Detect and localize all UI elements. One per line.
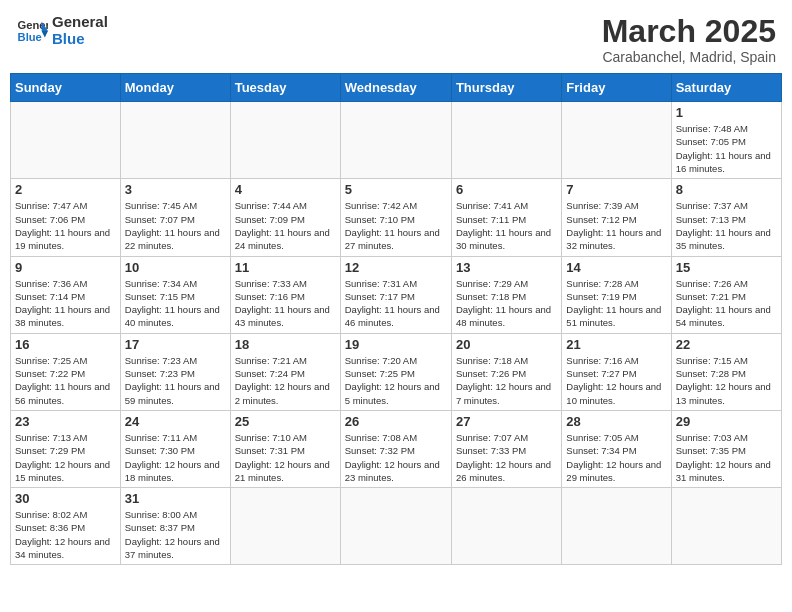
empty-cell — [11, 102, 121, 179]
empty-cell — [451, 102, 561, 179]
day-number-27: 27 — [456, 414, 557, 429]
day-number-5: 5 — [345, 182, 447, 197]
calendar-row-2: 2Sunrise: 7:47 AMSunset: 7:06 PMDaylight… — [11, 179, 782, 256]
day-info-15: Sunrise: 7:26 AMSunset: 7:21 PMDaylight:… — [676, 277, 777, 330]
day-number-16: 16 — [15, 337, 116, 352]
day-cell-13: 13Sunrise: 7:29 AMSunset: 7:18 PMDayligh… — [451, 256, 561, 333]
day-cell-27: 27Sunrise: 7:07 AMSunset: 7:33 PMDayligh… — [451, 410, 561, 487]
day-info-2: Sunrise: 7:47 AMSunset: 7:06 PMDaylight:… — [15, 199, 116, 252]
day-number-19: 19 — [345, 337, 447, 352]
day-number-11: 11 — [235, 260, 336, 275]
day-number-10: 10 — [125, 260, 226, 275]
day-info-6: Sunrise: 7:41 AMSunset: 7:11 PMDaylight:… — [456, 199, 557, 252]
day-cell-18: 18Sunrise: 7:21 AMSunset: 7:24 PMDayligh… — [230, 333, 340, 410]
day-info-8: Sunrise: 7:37 AMSunset: 7:13 PMDaylight:… — [676, 199, 777, 252]
empty-cell — [451, 488, 561, 565]
day-cell-14: 14Sunrise: 7:28 AMSunset: 7:19 PMDayligh… — [562, 256, 671, 333]
day-cell-22: 22Sunrise: 7:15 AMSunset: 7:28 PMDayligh… — [671, 333, 781, 410]
day-cell-1: 1Sunrise: 7:48 AMSunset: 7:05 PMDaylight… — [671, 102, 781, 179]
day-number-3: 3 — [125, 182, 226, 197]
day-number-23: 23 — [15, 414, 116, 429]
logo-text-blue: Blue — [52, 31, 108, 48]
day-cell-26: 26Sunrise: 7:08 AMSunset: 7:32 PMDayligh… — [340, 410, 451, 487]
day-number-9: 9 — [15, 260, 116, 275]
header-saturday: Saturday — [671, 74, 781, 102]
day-cell-28: 28Sunrise: 7:05 AMSunset: 7:34 PMDayligh… — [562, 410, 671, 487]
logo-icon: General Blue — [16, 15, 48, 47]
day-info-4: Sunrise: 7:44 AMSunset: 7:09 PMDaylight:… — [235, 199, 336, 252]
day-number-21: 21 — [566, 337, 666, 352]
day-number-1: 1 — [676, 105, 777, 120]
day-cell-8: 8Sunrise: 7:37 AMSunset: 7:13 PMDaylight… — [671, 179, 781, 256]
day-info-27: Sunrise: 7:07 AMSunset: 7:33 PMDaylight:… — [456, 431, 557, 484]
empty-cell — [230, 488, 340, 565]
page-header: General Blue General Blue March 2025 Car… — [10, 10, 782, 69]
empty-cell — [230, 102, 340, 179]
empty-cell — [562, 488, 671, 565]
svg-marker-3 — [42, 31, 48, 37]
day-info-20: Sunrise: 7:18 AMSunset: 7:26 PMDaylight:… — [456, 354, 557, 407]
day-info-21: Sunrise: 7:16 AMSunset: 7:27 PMDaylight:… — [566, 354, 666, 407]
day-number-14: 14 — [566, 260, 666, 275]
calendar-row-1: 1Sunrise: 7:48 AMSunset: 7:05 PMDaylight… — [11, 102, 782, 179]
day-info-1: Sunrise: 7:48 AMSunset: 7:05 PMDaylight:… — [676, 122, 777, 175]
day-cell-21: 21Sunrise: 7:16 AMSunset: 7:27 PMDayligh… — [562, 333, 671, 410]
day-cell-3: 3Sunrise: 7:45 AMSunset: 7:07 PMDaylight… — [120, 179, 230, 256]
day-cell-5: 5Sunrise: 7:42 AMSunset: 7:10 PMDaylight… — [340, 179, 451, 256]
day-number-7: 7 — [566, 182, 666, 197]
day-number-22: 22 — [676, 337, 777, 352]
day-info-24: Sunrise: 7:11 AMSunset: 7:30 PMDaylight:… — [125, 431, 226, 484]
location: Carabanchel, Madrid, Spain — [602, 49, 776, 65]
day-cell-7: 7Sunrise: 7:39 AMSunset: 7:12 PMDaylight… — [562, 179, 671, 256]
day-cell-24: 24Sunrise: 7:11 AMSunset: 7:30 PMDayligh… — [120, 410, 230, 487]
calendar-row-4: 16Sunrise: 7:25 AMSunset: 7:22 PMDayligh… — [11, 333, 782, 410]
day-cell-31: 31Sunrise: 8:00 AMSunset: 8:37 PMDayligh… — [120, 488, 230, 565]
day-cell-15: 15Sunrise: 7:26 AMSunset: 7:21 PMDayligh… — [671, 256, 781, 333]
day-number-20: 20 — [456, 337, 557, 352]
day-info-28: Sunrise: 7:05 AMSunset: 7:34 PMDaylight:… — [566, 431, 666, 484]
day-info-18: Sunrise: 7:21 AMSunset: 7:24 PMDaylight:… — [235, 354, 336, 407]
day-number-6: 6 — [456, 182, 557, 197]
header-thursday: Thursday — [451, 74, 561, 102]
day-info-14: Sunrise: 7:28 AMSunset: 7:19 PMDaylight:… — [566, 277, 666, 330]
calendar-row-5: 23Sunrise: 7:13 AMSunset: 7:29 PMDayligh… — [11, 410, 782, 487]
header-friday: Friday — [562, 74, 671, 102]
day-cell-2: 2Sunrise: 7:47 AMSunset: 7:06 PMDaylight… — [11, 179, 121, 256]
day-number-24: 24 — [125, 414, 226, 429]
weekday-header-row: Sunday Monday Tuesday Wednesday Thursday… — [11, 74, 782, 102]
title-block: March 2025 Carabanchel, Madrid, Spain — [602, 14, 776, 65]
day-cell-4: 4Sunrise: 7:44 AMSunset: 7:09 PMDaylight… — [230, 179, 340, 256]
day-cell-30: 30Sunrise: 8:02 AMSunset: 8:36 PMDayligh… — [11, 488, 121, 565]
logo-text-general: General — [52, 14, 108, 31]
header-wednesday: Wednesday — [340, 74, 451, 102]
day-number-31: 31 — [125, 491, 226, 506]
day-info-29: Sunrise: 7:03 AMSunset: 7:35 PMDaylight:… — [676, 431, 777, 484]
day-cell-6: 6Sunrise: 7:41 AMSunset: 7:11 PMDaylight… — [451, 179, 561, 256]
day-info-17: Sunrise: 7:23 AMSunset: 7:23 PMDaylight:… — [125, 354, 226, 407]
calendar-row-3: 9Sunrise: 7:36 AMSunset: 7:14 PMDaylight… — [11, 256, 782, 333]
day-info-7: Sunrise: 7:39 AMSunset: 7:12 PMDaylight:… — [566, 199, 666, 252]
day-info-19: Sunrise: 7:20 AMSunset: 7:25 PMDaylight:… — [345, 354, 447, 407]
day-cell-20: 20Sunrise: 7:18 AMSunset: 7:26 PMDayligh… — [451, 333, 561, 410]
day-info-23: Sunrise: 7:13 AMSunset: 7:29 PMDaylight:… — [15, 431, 116, 484]
day-info-25: Sunrise: 7:10 AMSunset: 7:31 PMDaylight:… — [235, 431, 336, 484]
empty-cell — [340, 102, 451, 179]
empty-cell — [562, 102, 671, 179]
day-cell-12: 12Sunrise: 7:31 AMSunset: 7:17 PMDayligh… — [340, 256, 451, 333]
day-cell-11: 11Sunrise: 7:33 AMSunset: 7:16 PMDayligh… — [230, 256, 340, 333]
calendar-row-6: 30Sunrise: 8:02 AMSunset: 8:36 PMDayligh… — [11, 488, 782, 565]
day-number-8: 8 — [676, 182, 777, 197]
day-info-11: Sunrise: 7:33 AMSunset: 7:16 PMDaylight:… — [235, 277, 336, 330]
logo: General Blue General Blue — [16, 14, 108, 47]
day-number-18: 18 — [235, 337, 336, 352]
month-title: March 2025 — [602, 14, 776, 49]
day-cell-17: 17Sunrise: 7:23 AMSunset: 7:23 PMDayligh… — [120, 333, 230, 410]
day-cell-9: 9Sunrise: 7:36 AMSunset: 7:14 PMDaylight… — [11, 256, 121, 333]
day-info-26: Sunrise: 7:08 AMSunset: 7:32 PMDaylight:… — [345, 431, 447, 484]
header-sunday: Sunday — [11, 74, 121, 102]
day-cell-10: 10Sunrise: 7:34 AMSunset: 7:15 PMDayligh… — [120, 256, 230, 333]
day-number-4: 4 — [235, 182, 336, 197]
day-info-31: Sunrise: 8:00 AMSunset: 8:37 PMDaylight:… — [125, 508, 226, 561]
day-info-13: Sunrise: 7:29 AMSunset: 7:18 PMDaylight:… — [456, 277, 557, 330]
svg-text:Blue: Blue — [18, 30, 42, 42]
